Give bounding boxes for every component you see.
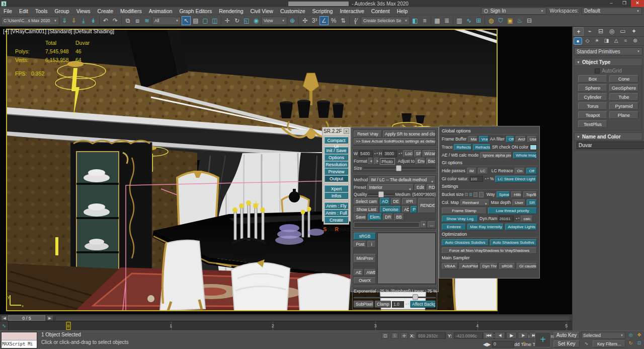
affect-backgrd-button[interactable]: Affect Backgrd bbox=[410, 301, 436, 308]
align-icon[interactable]: ≡ bbox=[420, 16, 429, 25]
cylinder-button[interactable]: Cylinder bbox=[578, 93, 607, 101]
workspaces-dropdown[interactable]: Default▼ bbox=[582, 8, 642, 15]
sr-nav-compact-ui[interactable]: Compact UI bbox=[325, 137, 348, 144]
pan-hand-icon[interactable]: ✥ bbox=[635, 332, 643, 339]
preset-dropdown[interactable]: Interior▼ bbox=[367, 184, 414, 191]
render-production-icon[interactable]: ♨ bbox=[515, 16, 524, 25]
ae-button[interactable]: AE bbox=[354, 269, 363, 276]
utilities-tab[interactable]: ✦ bbox=[629, 27, 639, 36]
next-frame-button[interactable]: ▶ bbox=[46, 315, 53, 321]
select-and-scale-icon[interactable]: ◱ bbox=[242, 16, 251, 25]
scene-link-icon[interactable]: ⇓ bbox=[60, 16, 69, 25]
unlink-selection-icon[interactable]: ⧈ bbox=[133, 16, 142, 25]
menu-tools[interactable]: Tools bbox=[32, 8, 51, 14]
select-and-place-icon[interactable]: ◉ bbox=[252, 16, 261, 25]
max-depth-user-button[interactable]: User bbox=[512, 199, 525, 206]
width-input[interactable] bbox=[359, 151, 373, 157]
select-by-name-icon[interactable]: ▤ bbox=[191, 16, 200, 25]
gi-color-input[interactable] bbox=[470, 176, 483, 182]
snaps-toggle-icon[interactable]: 3³ bbox=[310, 16, 319, 25]
motion-tab[interactable]: ◎ bbox=[607, 27, 617, 36]
dynram-input[interactable] bbox=[499, 216, 514, 222]
menu-group[interactable]: Group bbox=[51, 8, 73, 14]
cameras-category-icon[interactable]: ◨ bbox=[602, 37, 611, 45]
frame-stamp-button[interactable]: Frame Stamp bbox=[442, 207, 487, 214]
time-slider-thumb[interactable]: 0 / 5 bbox=[8, 315, 45, 321]
way-spiral-button[interactable]: Spiral bbox=[497, 191, 510, 198]
schematic-view-icon[interactable]: ⊞ bbox=[474, 16, 483, 25]
bucket-64-button[interactable] bbox=[479, 192, 484, 197]
auto-glossies-button[interactable]: Auto Glossies Subdivs bbox=[442, 239, 489, 246]
adaptive-lights-button[interactable]: Adaptive Lights bbox=[505, 224, 537, 230]
clamp-value-input[interactable] bbox=[392, 301, 404, 308]
sr-nav-output[interactable]: Output bbox=[325, 175, 348, 182]
dyn-thr-button[interactable]: Dyn Thr bbox=[480, 263, 498, 269]
bind-to-spacewarp-icon[interactable]: ≋ bbox=[142, 16, 151, 25]
output-path-field[interactable] bbox=[354, 222, 420, 228]
post-button[interactable]: Post bbox=[354, 241, 366, 248]
save-output-button[interactable]: Save bbox=[354, 214, 367, 221]
menu-help[interactable]: Help bbox=[393, 8, 412, 14]
dynram-spinner[interactable]: ▲▼ bbox=[515, 218, 519, 220]
reflects-button[interactable]: Reflects bbox=[454, 144, 471, 151]
curve-editor-icon[interactable]: ∿ bbox=[464, 16, 473, 25]
show-vray-log-button[interactable]: Show Vray Log bbox=[442, 216, 478, 222]
srgb-button[interactable]: sRGB bbox=[354, 233, 376, 240]
isolate-selection-icon[interactable]: ⊡ bbox=[381, 332, 389, 339]
auto-shadows-button[interactable]: Auto Shadows Subdivs bbox=[490, 239, 537, 246]
low-thread-button[interactable]: Low thread priority bbox=[488, 207, 537, 214]
auto-key-button[interactable]: Auto Key bbox=[553, 332, 580, 339]
frame-spinner[interactable]: ▲▼ bbox=[515, 343, 519, 345]
name-color-header[interactable]: ▼Name and Color bbox=[575, 133, 642, 141]
select-cam-button[interactable]: Select cam bbox=[354, 198, 379, 205]
set-keys-button[interactable]: + bbox=[535, 332, 551, 347]
select-and-link-icon[interactable]: ⧉ bbox=[123, 16, 132, 25]
subpixel-button[interactable]: SubPixel bbox=[354, 301, 374, 308]
spinner-snap-icon[interactable]: ⇅ bbox=[339, 16, 348, 25]
method-dropdown[interactable]: IM / LC -- The default method▼ bbox=[369, 176, 436, 183]
hierarchy-tab[interactable]: ⊟ bbox=[596, 27, 606, 36]
add-path-button[interactable]: + bbox=[421, 221, 427, 228]
aa-user-button[interactable]: User bbox=[527, 136, 537, 143]
lc-store-button[interactable]: LC Store Direct Light bbox=[495, 176, 537, 182]
sr-check-color-swatch[interactable] bbox=[530, 145, 537, 150]
autopilot-button[interactable]: AutoPilot bbox=[459, 263, 478, 269]
sr-nav-preview[interactable]: Preview bbox=[325, 168, 348, 175]
textplus-button[interactable]: TextPlus bbox=[578, 120, 607, 128]
denoise-button[interactable]: Denoise bbox=[380, 206, 401, 213]
time-slider-track[interactable] bbox=[55, 316, 570, 320]
sr-nav-create[interactable]: Create bbox=[325, 217, 348, 223]
lc-retrace-off-button[interactable]: Off bbox=[526, 168, 537, 174]
selection-filter-dropdown[interactable]: All▼ bbox=[152, 17, 181, 25]
x-coordinate-field[interactable] bbox=[417, 332, 446, 339]
maxscript-mini-listener[interactable]: MAXScript Mi bbox=[1, 332, 37, 348]
shapes-category-icon[interactable]: ◇ bbox=[583, 37, 592, 45]
key-mode-toggle-icon[interactable]: ◀▶ bbox=[483, 341, 491, 347]
bucket-48-button[interactable] bbox=[473, 192, 477, 197]
lc-retrace-on-button[interactable]: On bbox=[515, 168, 525, 174]
ignore-alpha-button[interactable]: Ignore alpha pixels bbox=[480, 152, 512, 159]
menu-views[interactable]: Views bbox=[73, 8, 94, 14]
y-coordinate-field[interactable] bbox=[454, 332, 483, 339]
systems-category-icon[interactable]: ⊛ bbox=[631, 37, 639, 45]
gi-caustics-button[interactable]: GI caustics bbox=[517, 263, 537, 269]
de-button[interactable]: DE bbox=[391, 198, 401, 205]
reference-coordinate-dropdown[interactable]: View▼ bbox=[261, 17, 287, 25]
keyable-icon[interactable]: ∿ bbox=[583, 340, 590, 347]
scene-bind-icon[interactable]: ⤓ bbox=[79, 16, 88, 25]
ao-button[interactable]: AO bbox=[380, 198, 390, 205]
angle-snap-icon[interactable]: ∠ bbox=[319, 16, 329, 25]
prev-frame-button[interactable]: ◀ bbox=[1, 315, 8, 321]
aa-archi-button[interactable]: Archi bbox=[516, 136, 526, 143]
fb-vray-button[interactable]: Vray bbox=[479, 136, 489, 143]
minimize-button[interactable]: – bbox=[605, 0, 618, 7]
bb-button[interactable]: BB bbox=[394, 214, 404, 221]
menu-modifiers[interactable]: Modifiers bbox=[117, 8, 145, 14]
awb-button[interactable]: AWB bbox=[364, 269, 376, 276]
backg-button[interactable]: BackG bbox=[426, 158, 436, 165]
window-crossing-icon[interactable]: ◫ bbox=[210, 16, 219, 25]
key-filters-button[interactable]: Key Filters... bbox=[593, 340, 625, 347]
maxscript-output-row[interactable] bbox=[2, 332, 37, 340]
mirror-icon[interactable]: ◧ bbox=[411, 16, 420, 25]
key-selection-dropdown[interactable]: Selected▼ bbox=[581, 332, 625, 339]
